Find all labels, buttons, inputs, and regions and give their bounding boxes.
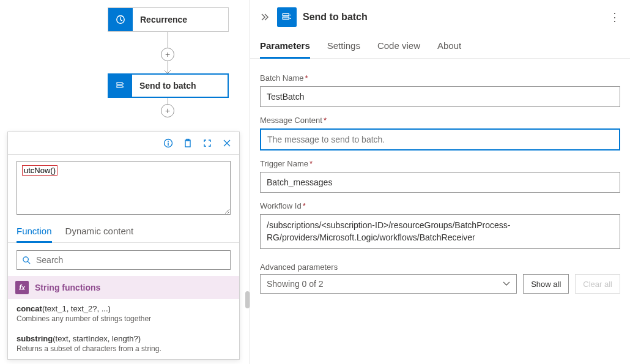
expression-popup: utcNow() Function Dynamic content fx Str… [7,132,240,360]
fn-concat-name: concat(text_1, text_2?, ...) [17,304,231,313]
popup-tabs: Function Dynamic content [8,218,239,243]
scrollbar-thumb[interactable] [245,291,250,308]
expression-input[interactable]: utcNow() [17,161,231,215]
advanced-parameters-label: Advanced parameters [260,262,517,272]
batch-name-input[interactable] [260,86,620,107]
workflow-id-label: Workflow Id* [260,201,620,210]
action-config-panel: Send to batch ⋮ Parameters Settings Code… [250,0,630,364]
tab-settings[interactable]: Settings [327,34,360,58]
svg-rect-1 [117,83,122,84]
parameters-form: Batch Name* Message Content* Trigger Nam… [250,59,630,303]
card-tabs: Parameters Settings Code view About [250,34,630,59]
clipboard-icon[interactable] [179,135,196,152]
string-functions-label: String functions [35,283,100,292]
connector-line [168,98,168,104]
batch-icon [109,75,132,97]
card-title: Send to batch [303,12,368,23]
advanced-parameters-value: Showing 0 of 2 [267,279,324,289]
canvas[interactable]: Recurrence + Send to batch + [0,0,250,119]
chevron-down-icon [503,281,510,286]
search-icon [22,256,31,265]
svg-rect-10 [283,17,289,19]
svg-rect-2 [117,86,122,87]
tab-code-view[interactable]: Code view [377,34,420,58]
fn-concat-desc: Combines any number of strings together [17,314,231,323]
svg-rect-9 [283,13,289,15]
batch-icon [277,7,297,27]
node-recurrence-label: Recurrence [133,15,228,24]
tab-function[interactable]: Function [17,221,52,242]
connector-line [168,32,168,48]
trigger-name-input[interactable] [260,172,620,193]
show-all-button[interactable]: Show all [523,274,569,294]
close-icon[interactable] [218,135,235,152]
fn-concat[interactable]: concat(text_1, text_2?, ...) Combines an… [8,299,239,329]
svg-point-8 [23,256,28,261]
node-recurrence[interactable]: Recurrence [108,7,229,32]
card-header: Send to batch ⋮ [250,0,630,34]
tab-dynamic-content[interactable]: Dynamic content [65,221,134,242]
clear-all-button: Clear all [575,274,620,294]
tab-about[interactable]: About [437,34,461,58]
trigger-name-label: Trigger Name* [260,159,620,168]
advanced-parameters-select: Advanced parameters Showing 0 of 2 [260,262,517,294]
add-step-button[interactable]: + [161,48,174,61]
expand-icon[interactable] [199,135,216,152]
batch-name-label: Batch Name* [260,73,620,83]
info-icon[interactable] [160,135,177,152]
string-functions-header[interactable]: fx String functions [8,276,239,299]
fn-substring-desc: Returns a subset of characters from a st… [17,344,231,353]
add-step-button[interactable]: + [161,104,174,117]
expression-text: utcNow() [22,165,57,176]
clock-icon [108,8,133,31]
message-content-label: Message Content* [260,116,620,125]
popup-toolbar [8,132,239,155]
fx-icon: fx [15,281,29,294]
function-search[interactable] [17,250,231,270]
tab-parameters[interactable]: Parameters [260,34,310,58]
advanced-parameters-row: Advanced parameters Showing 0 of 2 Show … [260,262,620,294]
designer-canvas-pane: Recurrence + Send to batch + [0,0,250,364]
svg-point-4 [168,141,169,142]
svg-rect-5 [168,143,168,146]
fn-substring-name: substring(text, startIndex, length?) [17,334,231,343]
node-send-to-batch[interactable]: Send to batch [108,73,229,98]
advanced-parameters-dropdown[interactable]: Showing 0 of 2 [260,274,517,294]
message-content-input[interactable] [260,128,620,150]
collapse-icon[interactable] [260,13,269,21]
fn-substring[interactable]: substring(text, startIndex, length?) Ret… [8,329,239,359]
node-send-label: Send to batch [132,81,228,91]
workflow-id-input[interactable]: /subscriptions/<subscription-ID>/resourc… [260,214,620,249]
search-input[interactable] [36,255,225,265]
more-menu-icon[interactable]: ⋮ [609,10,620,24]
